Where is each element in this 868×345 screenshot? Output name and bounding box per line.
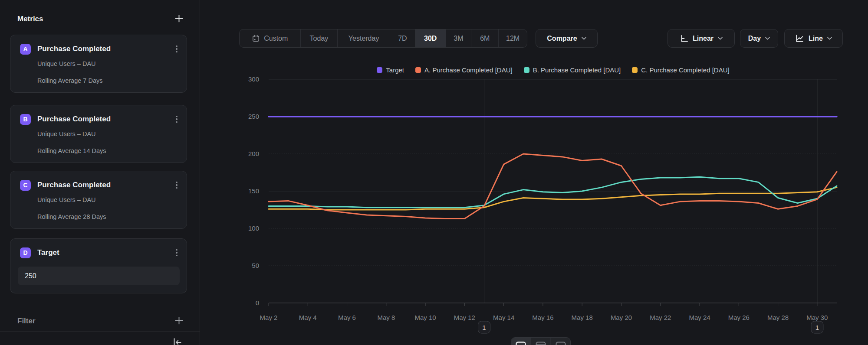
metric-badge: D <box>20 247 31 258</box>
metric-badge: B <box>20 114 31 125</box>
compare-button[interactable]: Compare <box>536 29 598 48</box>
x-axis-label: May 6 <box>338 314 356 321</box>
metric-card-b[interactable]: B Purchase Completed Unique Users – DAU … <box>10 105 187 163</box>
chevron-down-icon <box>582 37 586 40</box>
scale-label: Linear <box>693 35 713 42</box>
y-axis-label-0: 0 <box>256 299 259 306</box>
kebab-icon <box>176 249 178 257</box>
metric-card-c[interactable]: C Purchase Completed Unique Users – DAU … <box>10 171 187 229</box>
metric-unit: Unique Users – DAU <box>37 60 96 67</box>
x-axis-label: May 30 <box>806 314 828 321</box>
range-6m[interactable]: 6M <box>471 29 499 47</box>
target-card[interactable]: D Target <box>10 238 187 293</box>
granularity-label: Day <box>748 35 761 42</box>
collapse-left-icon <box>171 337 183 345</box>
range-today[interactable]: Today <box>301 29 338 47</box>
range-custom[interactable]: Custom <box>240 29 301 47</box>
collapse-sidebar-button[interactable] <box>172 338 182 345</box>
range-label: Today <box>310 35 329 42</box>
x-axis-label: May 28 <box>767 314 789 321</box>
y-axis-label-50: 50 <box>252 262 259 269</box>
metric-rollup: Rolling Average 7 Days <box>37 77 102 84</box>
x-axis-label: May 18 <box>572 314 593 321</box>
x-axis-label: May 20 <box>611 314 632 321</box>
metric-card-a[interactable]: A Purchase Completed Unique Users – DAU … <box>10 35 187 93</box>
target-title: Target <box>37 248 173 257</box>
filter-title: Filter <box>17 317 36 325</box>
sidebar-divider <box>0 331 200 332</box>
metric-unit: Unique Users – DAU <box>37 196 96 203</box>
line-chart-icon <box>795 34 804 43</box>
metric-rollup: Rolling Average 14 Days <box>37 147 106 154</box>
plus-icon <box>174 14 184 24</box>
y-axis-label-250: 250 <box>248 113 259 120</box>
metric-badge: C <box>20 180 31 191</box>
range-label: Custom <box>264 35 288 42</box>
range-label: Yesterday <box>349 35 379 42</box>
range-label: 6M <box>480 35 490 42</box>
metric-title: Purchase Completed <box>37 115 173 124</box>
metric-title: Purchase Completed <box>37 181 173 189</box>
line-chart-canvas: 050100150200250300May 2May 4May 6May 8Ma… <box>200 61 868 345</box>
calendar-icon <box>252 34 260 42</box>
series-line-a <box>269 154 837 219</box>
kebab-icon <box>176 46 178 53</box>
range-30d[interactable]: 30D <box>415 29 446 47</box>
granularity-select-button[interactable]: Day <box>740 29 778 48</box>
view-toggle-group <box>511 337 571 345</box>
metric-rollup: Rolling Average 28 Days <box>37 213 106 220</box>
range-label: 12M <box>506 35 519 42</box>
metric-menu-button[interactable] <box>173 180 181 190</box>
compare-label: Compare <box>547 35 577 42</box>
view-option-chart[interactable] <box>511 338 531 345</box>
range-7d[interactable]: 7D <box>390 29 415 47</box>
event-marker-badge[interactable]: 1 <box>811 321 823 333</box>
svg-text:1: 1 <box>482 324 486 331</box>
chart-type-label: Line <box>809 35 823 42</box>
range-label: 30D <box>424 35 437 42</box>
line-chart-view-icon <box>516 342 526 345</box>
kebab-icon <box>176 116 178 123</box>
y-axis-label-200: 200 <box>248 150 259 157</box>
chevron-down-icon <box>718 37 723 40</box>
svg-text:1: 1 <box>815 324 819 331</box>
x-axis-label: May 24 <box>689 314 710 321</box>
x-axis-label: May 12 <box>454 314 475 321</box>
view-option-table[interactable] <box>531 338 551 345</box>
x-axis-label: May 8 <box>377 314 395 321</box>
x-axis-label: May 22 <box>650 314 671 321</box>
event-marker-badge[interactable]: 1 <box>478 321 490 333</box>
x-axis-label: May 2 <box>260 314 278 321</box>
metric-menu-button[interactable] <box>173 248 181 257</box>
plus-icon <box>174 316 184 326</box>
x-axis-label: May 26 <box>728 314 750 321</box>
metric-unit: Unique Users – DAU <box>37 130 96 137</box>
x-axis-label: May 4 <box>299 314 317 321</box>
range-12m[interactable]: 12M <box>499 29 527 47</box>
x-axis-label: May 10 <box>415 314 436 321</box>
scale-select-button[interactable]: Linear <box>667 29 735 48</box>
metric-menu-button[interactable] <box>173 44 181 54</box>
chevron-down-icon <box>765 37 770 40</box>
metric-badge: A <box>20 44 31 55</box>
summary-view-icon <box>556 342 566 345</box>
range-label: 7D <box>398 35 407 42</box>
chevron-down-icon <box>827 37 832 40</box>
time-range-group: Custom Today Yesterday 7D 30D 3M 6M 12M <box>239 29 527 48</box>
add-metric-button[interactable] <box>174 14 184 24</box>
metrics-sidebar: Metrics A Purchase Completed Unique User… <box>0 0 200 345</box>
table-view-icon <box>536 342 546 345</box>
range-3m[interactable]: 3M <box>446 29 472 47</box>
metric-title: Purchase Completed <box>37 45 173 53</box>
y-axis-label-100: 100 <box>248 225 259 232</box>
view-option-summary[interactable] <box>551 338 570 345</box>
target-value-input[interactable] <box>18 267 180 285</box>
filter-header: Filter <box>17 316 184 327</box>
kebab-icon <box>176 182 178 189</box>
range-yesterday[interactable]: Yesterday <box>338 29 390 47</box>
y-axis-label-150: 150 <box>248 187 259 195</box>
y-axis-label-300: 300 <box>248 75 259 83</box>
chart-type-select-button[interactable]: Line <box>784 29 843 48</box>
add-filter-button[interactable] <box>174 316 184 326</box>
metric-menu-button[interactable] <box>173 114 181 124</box>
